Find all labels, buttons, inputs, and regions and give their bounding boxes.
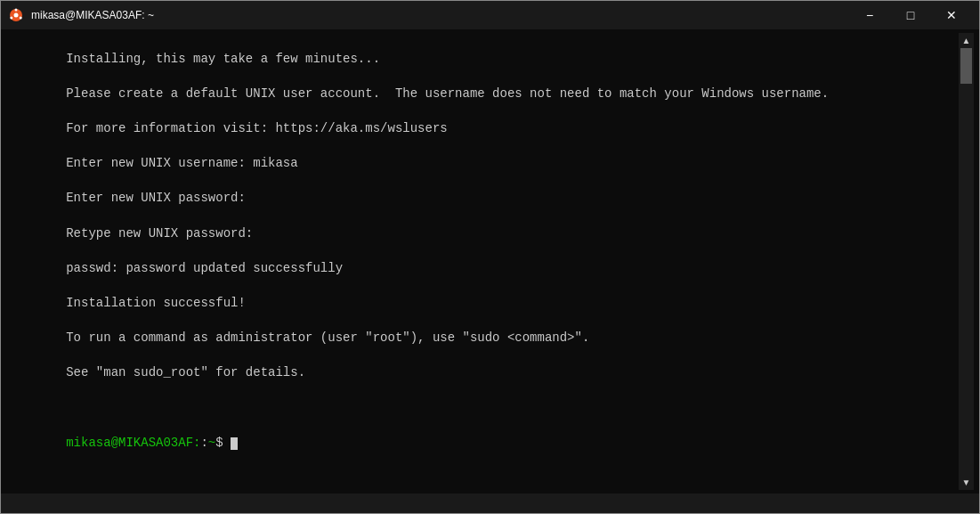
- titlebar-title: mikasa@MIKASA03AF: ~: [31, 9, 154, 21]
- prompt-user-host: mikasa@MIKASA03AF:: [66, 436, 200, 450]
- scrollbar-track: [959, 48, 974, 475]
- terminal-line-2: Please create a default UNIX user accoun…: [66, 86, 829, 101]
- titlebar-left: mikasa@MIKASA03AF: ~: [8, 7, 154, 23]
- cursor: [231, 437, 238, 450]
- svg-point-4: [10, 17, 12, 20]
- ubuntu-icon: [8, 7, 24, 23]
- close-button[interactable]: ✕: [931, 1, 972, 29]
- titlebar: mikasa@MIKASA03AF: ~ − □ ✕: [1, 1, 979, 29]
- terminal-window: mikasa@MIKASA03AF: ~ − □ ✕ Installing, t…: [0, 0, 980, 514]
- svg-point-1: [14, 13, 19, 18]
- terminal-line-3: For more information visit: https://aka.…: [66, 121, 447, 135]
- scroll-up-button[interactable]: ▲: [959, 33, 974, 48]
- bottom-bar: [1, 494, 979, 513]
- terminal-body[interactable]: Installing, this may take a few minutes.…: [1, 29, 979, 494]
- titlebar-controls: − □ ✕: [849, 1, 972, 29]
- terminal-line-6: Retype new UNIX password:: [66, 226, 253, 241]
- terminal-line-4: Enter new UNIX username: mikasa: [66, 156, 297, 170]
- terminal-line-10: See "man sudo_root" for details.: [66, 365, 305, 379]
- terminal-line-1: Installing, this may take a few minutes.…: [66, 52, 380, 66]
- terminal-line-7: passwd: password updated successfully: [66, 261, 343, 275]
- scrollbar-thumb[interactable]: [960, 48, 972, 84]
- terminal-line-8: Installation successful!: [66, 296, 246, 310]
- svg-point-3: [20, 17, 22, 20]
- prompt-tilde: ~: [208, 436, 215, 450]
- scrollbar: ▲ ▼: [959, 33, 974, 490]
- terminal-output: Installing, this may take a few minutes.…: [6, 33, 959, 469]
- svg-point-2: [15, 9, 18, 12]
- prompt-path: :: [200, 436, 207, 450]
- terminal-line-5: Enter new UNIX password:: [66, 191, 246, 205]
- prompt-dollar: $: [215, 436, 231, 450]
- maximize-button[interactable]: □: [890, 1, 931, 29]
- minimize-button[interactable]: −: [849, 1, 890, 29]
- terminal-content: Installing, this may take a few minutes.…: [6, 33, 959, 490]
- terminal-line-9: To run a command as administrator (user …: [66, 330, 589, 345]
- scroll-down-button[interactable]: ▼: [959, 475, 974, 490]
